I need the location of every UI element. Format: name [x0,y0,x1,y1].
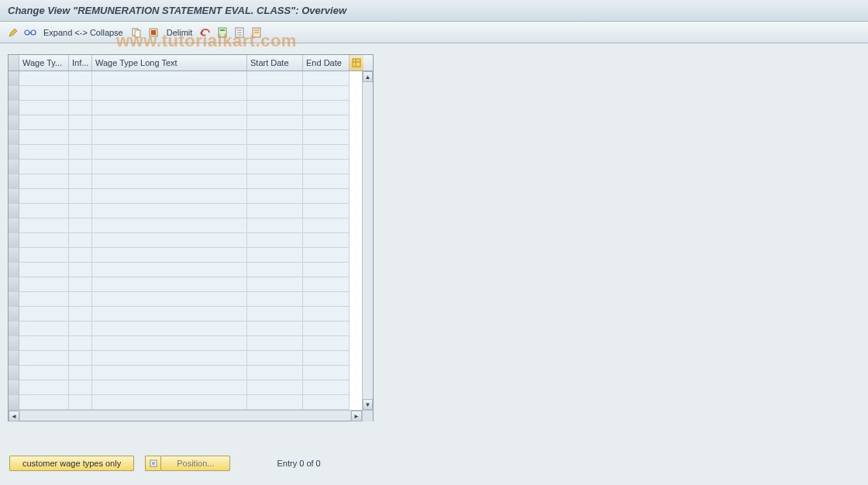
cell-end-date[interactable] [303,336,350,351]
cell-wage-type[interactable] [19,366,69,380]
expand-collapse-button[interactable]: Expand <-> Collapse [40,28,126,37]
select-all-icon[interactable] [146,26,160,40]
scroll-left-icon[interactable]: ◄ [9,411,19,421]
cell-end-date[interactable] [303,189,350,204]
position-icon[interactable] [145,456,160,471]
cell-start-date[interactable] [247,115,303,130]
row-selector[interactable] [9,130,19,145]
cell-end-date[interactable] [303,380,350,395]
cell-end-date[interactable] [303,71,350,86]
cell-end-date[interactable] [303,322,350,336]
cell-inf[interactable] [69,292,92,307]
undo-icon[interactable] [198,26,212,40]
table-row[interactable] [9,395,362,410]
table-row[interactable] [9,218,362,233]
cell-long-text[interactable] [92,263,247,277]
table-row[interactable] [9,380,362,395]
table-row[interactable] [9,248,362,263]
cell-long-text[interactable] [92,71,247,86]
cell-start-date[interactable] [247,307,303,322]
row-selector[interactable] [9,218,19,233]
cell-start-date[interactable] [247,351,303,366]
hscroll-track[interactable] [19,411,351,421]
delimit-button[interactable]: Delimit [164,28,196,37]
glasses-detail-icon[interactable] [23,26,37,40]
table-row[interactable] [9,336,362,351]
table-row[interactable] [9,86,362,101]
table-row[interactable] [9,351,362,366]
cell-long-text[interactable] [92,322,247,336]
cell-wage-type[interactable] [19,233,69,248]
cell-end-date[interactable] [303,292,350,307]
cell-start-date[interactable] [247,366,303,380]
position-button-group[interactable]: Position... [145,456,230,471]
col-header-long-text[interactable]: Wage Type Long Text [92,55,247,71]
row-selector[interactable] [9,322,19,336]
cell-inf[interactable] [69,395,92,410]
cell-long-text[interactable] [92,380,247,395]
cell-start-date[interactable] [247,336,303,351]
save-variant-icon[interactable] [215,26,229,40]
row-selector[interactable] [9,277,19,292]
cell-start-date[interactable] [247,292,303,307]
cell-inf[interactable] [69,189,92,204]
table-row[interactable] [9,160,362,174]
row-selector-header[interactable] [9,55,19,71]
cell-inf[interactable] [69,160,92,174]
cell-inf[interactable] [69,174,92,189]
table-row[interactable] [9,307,362,322]
cell-wage-type[interactable] [19,115,69,130]
table-row[interactable] [9,204,362,218]
cell-wage-type[interactable] [19,71,69,86]
cell-end-date[interactable] [303,204,350,218]
cell-start-date[interactable] [247,145,303,160]
col-header-wage-type[interactable]: Wage Ty... [19,55,69,71]
cell-long-text[interactable] [92,86,247,101]
cell-wage-type[interactable] [19,204,69,218]
table-row[interactable] [9,174,362,189]
row-selector[interactable] [9,395,19,410]
cell-long-text[interactable] [92,101,247,115]
table-row[interactable] [9,145,362,160]
customer-wage-types-button[interactable]: customer wage types only [9,456,134,471]
cell-wage-type[interactable] [19,263,69,277]
cell-wage-type[interactable] [19,189,69,204]
cell-inf[interactable] [69,277,92,292]
cell-long-text[interactable] [92,233,247,248]
cell-long-text[interactable] [92,218,247,233]
cell-end-date[interactable] [303,218,350,233]
row-selector[interactable] [9,380,19,395]
cell-wage-type[interactable] [19,160,69,174]
cell-end-date[interactable] [303,115,350,130]
cell-wage-type[interactable] [19,395,69,410]
cell-long-text[interactable] [92,336,247,351]
row-selector[interactable] [9,307,19,322]
row-selector[interactable] [9,174,19,189]
configure-columns-icon[interactable] [350,55,363,71]
cell-wage-type[interactable] [19,101,69,115]
cell-start-date[interactable] [247,101,303,115]
cell-end-date[interactable] [303,101,350,115]
row-selector[interactable] [9,204,19,218]
cell-long-text[interactable] [92,115,247,130]
cell-inf[interactable] [69,115,92,130]
cell-wage-type[interactable] [19,351,69,366]
cell-wage-type[interactable] [19,174,69,189]
pencil-toggle-icon[interactable] [6,26,20,40]
cell-start-date[interactable] [247,218,303,233]
scroll-track[interactable] [363,82,373,399]
cell-inf[interactable] [69,145,92,160]
cell-end-date[interactable] [303,160,350,174]
cell-end-date[interactable] [303,395,350,410]
cell-long-text[interactable] [92,307,247,322]
cell-start-date[interactable] [247,204,303,218]
table-settings-icon[interactable] [250,26,264,40]
row-selector[interactable] [9,366,19,380]
cell-start-date[interactable] [247,395,303,410]
cell-start-date[interactable] [247,160,303,174]
table-row[interactable] [9,189,362,204]
cell-long-text[interactable] [92,189,247,204]
cell-wage-type[interactable] [19,248,69,263]
position-button[interactable]: Position... [160,456,230,471]
table-row[interactable] [9,322,362,336]
